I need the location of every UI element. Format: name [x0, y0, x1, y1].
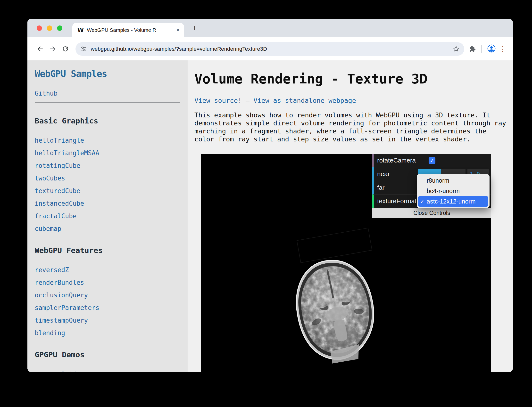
option-label: bc4-r-unorm — [427, 187, 460, 195]
sidebar-item-timestampQuery[interactable]: timestampQuery — [35, 317, 188, 324]
section-heading-gpgpu-demos: GPGPU Demos — [35, 350, 188, 359]
tab-strip: W WebGPU Samples - Volume R × + — [27, 19, 513, 37]
sidebar-divider — [35, 102, 180, 103]
option-label: r8unorm — [427, 177, 449, 184]
texture-format-dropdown: r8unorm bc4-r-unorm ✓ astc-12x12-unorm — [417, 174, 490, 208]
forward-button[interactable] — [46, 43, 59, 55]
standalone-link[interactable]: View as standalone webpage — [253, 97, 356, 104]
option-check-icon: ✓ — [418, 198, 427, 205]
sidebar-item-blending[interactable]: blending — [35, 329, 188, 337]
toolbar-right: ⋮ — [469, 44, 507, 54]
sidebar-item-helloTriangle[interactable]: helloTriangle — [35, 137, 188, 144]
section-heading-webgpu-features: WebGPU Features — [35, 246, 188, 255]
page-content: WebGPU Samples Github Basic Graphics hel… — [27, 60, 513, 372]
bookmark-star-icon[interactable] — [453, 46, 459, 52]
checkbox-check-icon: ✓ — [430, 158, 434, 163]
sidebar-item-reversedZ[interactable]: reversedZ — [35, 266, 188, 274]
extensions-icon[interactable] — [469, 45, 476, 53]
sidebar-item-cubemap[interactable]: cubemap — [35, 225, 188, 232]
sidebar-item-occlusionQuery[interactable]: occlusionQuery — [35, 292, 188, 299]
tab-close-icon[interactable]: × — [176, 27, 180, 33]
brain-mri-render — [275, 246, 399, 372]
close-controls-button[interactable]: Close Controls — [372, 208, 491, 218]
sample-description: This example shows how to render volumes… — [194, 111, 510, 143]
dropdown-option-astc-12x12-unorm[interactable]: ✓ astc-12x12-unorm — [418, 196, 488, 207]
back-button[interactable] — [34, 43, 46, 55]
back-icon — [36, 45, 44, 53]
section-heading-basic-graphics: Basic Graphics — [35, 116, 188, 125]
sidebar-item-renderBundles[interactable]: renderBundles — [35, 279, 188, 286]
far-label: far — [377, 184, 418, 191]
sidebar: WebGPU Samples Github Basic Graphics hel… — [27, 60, 188, 372]
address-bar[interactable]: webgpu.github.io/webgpu-samples/?sample=… — [75, 42, 464, 56]
browser-toolbar: webgpu.github.io/webgpu-samples/?sample=… — [27, 37, 513, 60]
profile-avatar[interactable] — [487, 44, 496, 54]
main-content: Volume Rendering - Texture 3D View sourc… — [188, 60, 513, 372]
tab-title: WebGPU Samples - Volume R — [87, 27, 174, 33]
github-link[interactable]: Github — [35, 90, 188, 97]
sidebar-item-twoCubes[interactable]: twoCubes — [35, 175, 188, 182]
sidebar-item-samplerParameters[interactable]: samplerParameters — [35, 304, 188, 311]
view-source-link[interactable]: View source! — [194, 97, 242, 104]
rotate-camera-label: rotateCamera — [377, 157, 418, 164]
toolbar-divider — [481, 45, 482, 53]
sidebar-item-rotatingCube[interactable]: rotatingCube — [35, 162, 188, 169]
reload-button[interactable] — [59, 43, 72, 55]
menu-icon[interactable]: ⋮ — [499, 45, 507, 53]
site-settings-icon[interactable] — [80, 46, 87, 52]
browser-window: W WebGPU Samples - Volume R × + webgpu.g… — [27, 19, 513, 372]
new-tab-button[interactable]: + — [190, 23, 200, 33]
site-title: WebGPU Samples — [35, 69, 188, 79]
traffic-lights — [37, 25, 62, 31]
sample-links: View source! — View as standalone webpag… — [194, 97, 513, 104]
dropdown-option-bc4-r-unorm[interactable]: bc4-r-unorm — [418, 186, 488, 196]
rotate-camera-checkbox[interactable]: ✓ — [429, 157, 435, 164]
link-separator: — — [246, 97, 249, 104]
sidebar-item-fractalCube[interactable]: fractalCube — [35, 212, 188, 220]
dropdown-option-r8unorm[interactable]: r8unorm — [418, 175, 488, 186]
option-label: astc-12x12-unorm — [427, 198, 475, 205]
render-canvas[interactable]: rotateCamera ✓ near 1.0 far — [201, 154, 491, 372]
gui-row-rotate-camera: rotateCamera ✓ — [372, 154, 491, 167]
sidebar-item-texturedCube[interactable]: texturedCube — [35, 187, 188, 195]
page-title: Volume Rendering - Texture 3D — [194, 71, 513, 87]
texture-format-label: textureFormat — [377, 197, 418, 205]
close-window-button[interactable] — [37, 25, 42, 31]
url-text[interactable]: webgpu.github.io/webgpu-samples/?sample=… — [91, 46, 449, 52]
zoom-window-button[interactable] — [57, 25, 62, 31]
sidebar-item-instancedCube[interactable]: instancedCube — [35, 200, 188, 207]
reload-icon — [62, 45, 69, 53]
forward-icon — [49, 45, 57, 53]
sidebar-item-computeBoids[interactable]: computeBoids — [35, 371, 188, 372]
near-label: near — [377, 170, 418, 178]
tab-favicon-icon: W — [77, 26, 84, 34]
browser-tab[interactable]: W WebGPU Samples - Volume R × — [72, 23, 184, 37]
minimize-window-button[interactable] — [47, 25, 52, 31]
sidebar-item-helloTriangleMSAA[interactable]: helloTriangleMSAA — [35, 149, 188, 157]
profile-avatar-icon — [487, 44, 496, 53]
